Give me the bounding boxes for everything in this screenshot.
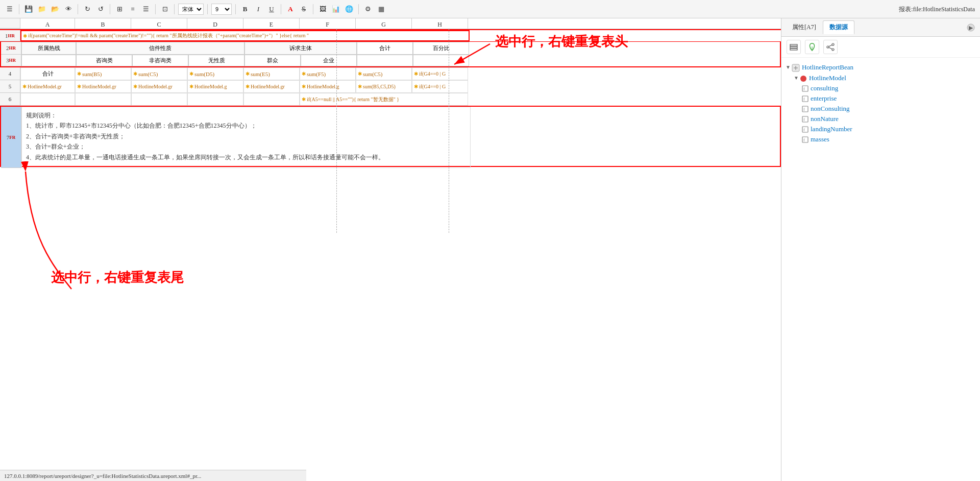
col-header-f: F [300, 18, 356, 29]
strikethrough-icon[interactable]: S̶ [298, 4, 309, 15]
cell-5a[interactable]: HotlineModel.gr [20, 80, 75, 93]
tree-arrow-hotlinemodel: ▼ [794, 75, 799, 81]
panel-close-btn[interactable]: ▶ [966, 22, 976, 33]
sep5 [174, 4, 175, 14]
tree-item-root[interactable]: ▼ HotlineReportBean [786, 62, 976, 73]
svg-text:f: f [803, 117, 805, 122]
cell-5h[interactable]: if(G4==0 | G [412, 80, 468, 93]
table-icon[interactable]: ⊞ [114, 4, 125, 15]
cell-6f-h[interactable]: if(A5==null || A5==""){ return "暂无数据" } [300, 93, 468, 106]
font-name-select[interactable]: 宋体 [178, 4, 204, 15]
cell-5c[interactable]: HotlineModel.gr [131, 80, 187, 93]
cell-4f[interactable]: sum(F5) [300, 67, 356, 80]
cell-2b-d[interactable]: 信件性质 [76, 42, 244, 55]
cell-6d[interactable] [187, 93, 243, 106]
cell-4d[interactable]: sum(D5) [187, 67, 243, 80]
svg-point-10 [827, 46, 829, 48]
panel-tabs: 属性[A7] 数据源 ▶ [781, 18, 980, 37]
undo-icon[interactable]: ↺ [95, 4, 106, 15]
spreadsheet-area: A B C D E F G H 1HR if(param("createTime… [0, 18, 781, 481]
sep2 [78, 4, 78, 14]
tree-item-consulting[interactable]: f consulting [786, 83, 976, 93]
cell-4g[interactable]: sum(C5) [356, 67, 412, 80]
cell-3b[interactable]: 咨询类 [76, 55, 132, 66]
save-icon[interactable]: 💾 [23, 4, 34, 15]
svg-point-11 [832, 49, 834, 51]
table2-icon[interactable]: ▦ [376, 4, 387, 15]
row-header-6: 6 [0, 93, 20, 106]
svg-line-13 [829, 47, 832, 49]
tree-item-landingnumber[interactable]: f landingNumber [786, 124, 976, 134]
cell-2g[interactable]: 合计 [357, 42, 413, 55]
main-layout: A B C D E F G H 1HR if(param("createTime… [0, 18, 980, 481]
tree-item-nonconsulting[interactable]: f nonConsulting [786, 104, 976, 114]
cell-3h[interactable] [413, 55, 469, 66]
cell-3d[interactable]: 无性质 [188, 55, 244, 66]
layers-btn[interactable] [787, 40, 801, 54]
notes-line1: 1、统计市，即市12345+市12345分中心（比如合肥：合肥12345+合肥1… [26, 121, 466, 131]
menu-icon[interactable]: ☰ [4, 4, 15, 15]
tab-datasource[interactable]: 数据源 [823, 20, 854, 34]
tree-label-landingnumber: landingNumber [811, 125, 852, 133]
font-size-select[interactable]: 9 [211, 4, 232, 15]
status-url: 127.0.0.1:8089/report/ureport/designer?_… [4, 473, 201, 479]
tree-item-nonnature[interactable]: f nonNature [786, 114, 976, 124]
tree-item-masses[interactable]: f masses [786, 134, 976, 145]
cell-3c[interactable]: 非咨询类 [132, 55, 188, 66]
field-icon-landingnumber: f [802, 125, 808, 133]
cell-3f[interactable]: 企业 [301, 55, 357, 66]
cell-5f[interactable]: HotlineModel.g [300, 80, 356, 93]
cell-2h[interactable]: 百分比 [413, 42, 469, 55]
svg-line-12 [829, 45, 832, 46]
row-6: 6 if(A5==null || A5==""){ return "暂无数据" … [0, 93, 781, 106]
tree-item-hotlinemodel[interactable]: ▼ HotlineModel [786, 73, 976, 83]
cell-5d[interactable]: HotlineModel.g [187, 80, 243, 93]
underline-icon[interactable]: U [266, 4, 277, 15]
italic-icon[interactable]: I [253, 4, 264, 15]
image-icon[interactable]: 🖼 [317, 4, 328, 15]
cell-6c[interactable] [131, 93, 187, 106]
globe-icon[interactable]: 🌐 [344, 4, 355, 15]
tree-item-enterprise[interactable]: f enterprise [786, 93, 976, 104]
cell-5b[interactable]: HotlineModel.gr [75, 80, 131, 93]
preview-icon[interactable]: 👁 [63, 4, 74, 15]
cell-5g[interactable]: sum(B5,C5,D5) [356, 80, 412, 93]
open-icon[interactable]: 📂 [50, 4, 61, 15]
leaf-btn[interactable] [805, 40, 819, 54]
save-as-icon[interactable]: 📁 [36, 4, 47, 15]
notes-cell[interactable]: 规则说明： 1、统计市，即市12345+市12345分中心（比如合肥：合肥123… [21, 107, 471, 168]
font-color-icon[interactable]: A [285, 4, 296, 15]
cell-5e[interactable]: HotlineModel.gr [243, 80, 300, 93]
settings-icon[interactable]: ⚙ [362, 4, 374, 15]
cell-1a[interactable]: if(param("createTime")!=null && param("c… [20, 30, 470, 41]
cell-6a[interactable] [20, 93, 75, 106]
cell-3e[interactable]: 群众 [244, 55, 301, 66]
cell-4a[interactable]: 合计 [20, 67, 75, 80]
cell-4b[interactable]: sum(B5) [75, 67, 131, 80]
row-7: 7FR 规则说明： 1、统计市，即市12345+市12345分中心（比如合肥：合… [0, 106, 781, 167]
cell-4h[interactable]: if(G4==0 | G [412, 67, 468, 80]
cell-2e-f[interactable]: 诉求主体 [244, 42, 357, 55]
redo-icon[interactable]: ↻ [82, 4, 93, 15]
align-icon[interactable]: ≡ [127, 4, 138, 15]
border-icon[interactable]: ⊡ [159, 4, 170, 15]
chart-icon[interactable]: 📊 [330, 4, 341, 15]
cell-6b[interactable] [75, 93, 131, 106]
title-bar-right: 报表:file:HotlineStatisticsData [899, 5, 975, 13]
field-icon-consulting: f [802, 84, 808, 92]
cell-4e[interactable]: sum(E5) [243, 67, 300, 80]
col-header-row: A B C D E F G H [0, 18, 781, 29]
tab-properties[interactable]: 属性[A7] [786, 20, 823, 34]
cell-3a[interactable] [21, 55, 76, 66]
cell-4c[interactable]: sum(C5) [131, 67, 187, 80]
cell-6e[interactable] [243, 93, 300, 106]
right-panel: 属性[A7] 数据源 ▶ [781, 18, 980, 481]
row-header-2: 2HR [1, 42, 21, 55]
row-header-4: 4 [0, 67, 20, 80]
share-btn[interactable] [823, 40, 838, 54]
list-icon[interactable]: ☰ [140, 4, 152, 15]
cell-2a[interactable]: 所属热线 [21, 42, 76, 55]
cell-3g[interactable] [357, 55, 413, 66]
corner-cell [0, 18, 20, 29]
bold-icon[interactable]: B [239, 4, 251, 15]
